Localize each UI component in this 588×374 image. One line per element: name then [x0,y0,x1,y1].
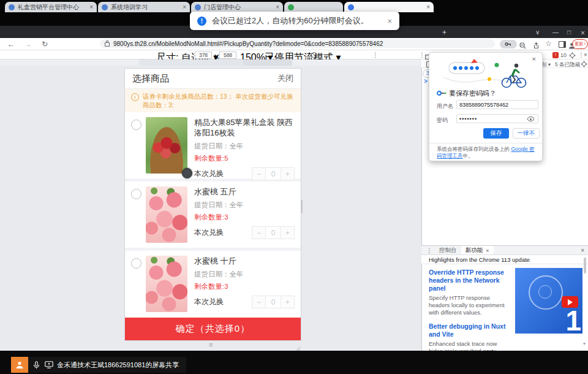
stepper-plus-button[interactable]: + [281,296,295,308]
remaining-qty: 剩余数量:5 [194,154,295,163]
never-label: 一律不 [518,129,535,137]
dialog-close-icon[interactable]: × [532,55,536,63]
issues-icon[interactable]: ! [552,52,559,58]
window-maximize-button[interactable]: □ [567,29,571,36]
drawer-menu-icon[interactable]: ⋮ [426,247,432,254]
issues-count[interactable]: 10 [560,52,567,58]
device-width-input[interactable] [195,52,212,59]
dialog-title: 要保存密码吗？ [449,89,496,98]
tab-close-icon[interactable]: × [276,4,279,10]
pickup-date: 提货日期：全年 [194,270,295,279]
pickup-date-value: 全年 [230,270,244,278]
product-info: 精品大果85苹果礼盒装 陕西洛阳16枚装 提货日期：全年 剩余数量:5 本次兑换… [194,117,295,178]
remote-cursor-dot [182,168,192,178]
sharer-avatar [11,357,28,373]
back-icon[interactable]: ← [7,40,15,48]
product-radio[interactable] [131,258,141,269]
product-image [146,117,187,174]
forward-icon[interactable]: → [24,40,32,48]
devtools-settings-icon[interactable] [570,53,575,58]
stepper-value[interactable]: 0 [265,167,281,180]
devtools-close-icon[interactable]: × [584,52,587,58]
product-list: 精品大果85苹果礼盒装 陕西洛阳16枚装 提货日期：全年 剩余数量:5 本次兑换… [125,112,301,318]
reload-icon[interactable]: ↻ [42,40,48,48]
drawer-close-icon[interactable]: × [581,247,584,254]
tab-favicon [9,4,15,10]
screen: 礼盒营销平台管理中心 × 系统培训学习 × 门店管理中心 × × + ∨ — □… [0,0,588,374]
device-height-input[interactable] [219,52,236,59]
password-key-icon[interactable] [500,40,517,48]
tab-close-icon[interactable]: × [426,4,430,10]
stepper-minus-button[interactable]: − [252,226,266,239]
bookmark-star-icon[interactable]: ☆ [545,39,552,48]
stepper-plus-button[interactable]: + [281,167,295,180]
hidden-messages-count: 5 条已隐藏 [555,61,580,69]
product-radio[interactable] [131,189,141,199]
tab-whats-new[interactable]: 新功能 × [461,246,494,254]
mobile-viewport: 选择商品 关闭 i 该券卡剩余兑换商品总数：13； 单次提货最少可兑换商品数：3… [125,69,301,340]
browser-tab-4[interactable] [284,2,343,12]
viewport-scrollbar[interactable] [301,200,303,213]
browser-tab-1[interactable]: 礼盒营销平台管理中心 × [5,2,97,12]
rotate-icon[interactable] [311,52,317,58]
media-query-segment[interactable] [139,59,243,66]
key-icon [437,90,447,96]
toast-info-icon: ! [197,17,206,26]
whats-new-item-title[interactable]: Override HTTP response headers in the Ne… [429,269,510,292]
tab-close-icon[interactable]: × [183,4,186,10]
console-settings-icon[interactable] [582,62,586,66]
tab-search-icon[interactable]: ∨ [535,29,540,36]
browser-tab-2[interactable]: 系统培训学习 × [98,2,190,12]
password-illustration [440,59,532,88]
console-filter-dropdown[interactable]: 别 ▾ [541,61,551,69]
stepper-minus-button[interactable]: − [252,167,266,180]
person-icon [15,361,24,369]
username-field[interactable] [456,100,538,109]
save-password-button[interactable]: 保存 [483,128,509,139]
console-prompt-icon[interactable]: > [424,78,428,85]
quantity-stepper: − 0 + [252,167,295,180]
confirm-button[interactable]: 确定（共选择0） [125,318,301,340]
show-password-eye-icon[interactable] [527,116,534,121]
product-row-3: 水蜜桃 十斤 提货日期：全年 剩余数量:3 本次兑换 − 0 + [125,251,301,317]
scroll-down-icon[interactable]: ▾ [583,341,586,346]
stepper-minus-button[interactable]: − [252,296,266,308]
devtools-dock-menu-icon[interactable]: ⋮ [419,52,425,58]
never-save-button[interactable]: 一律不 [513,128,540,139]
quota-notice: i 该券卡剩余兑换商品总数：13； 单次提货最少可兑换商品数：3; [125,89,301,112]
toast-close-icon[interactable]: × [387,17,392,26]
close-sheet-button[interactable]: 关闭 [277,73,293,84]
tab-label: 礼盒营销平台管理中心 [18,3,87,12]
tab-console[interactable]: 控制台 [435,246,461,254]
new-tab-button[interactable]: + [442,28,447,37]
pickup-date: 提货日期：全年 [194,200,295,210]
remaining-label: 剩余数量: [194,213,224,221]
device-toolbar-menu-icon[interactable]: ⋮ [372,52,379,58]
address-bar[interactable]: 9800ys.th28.cn/MobileModNoMall.html#/Pic… [100,39,495,48]
footer-suffix: 中。 [463,153,473,159]
stepper-plus-button[interactable]: + [281,226,295,239]
stepper-value[interactable]: 0 [265,226,281,239]
whats-new-item-title[interactable]: Better debugging in Nuxt and Vite [429,322,510,338]
browser-tab-3[interactable]: 门店管理中心 × [191,2,283,12]
key-glyph [505,42,512,47]
tab-close-icon[interactable]: × [89,4,93,10]
viewport-resize-handle[interactable]: ≡ [209,341,213,348]
window-close-button[interactable]: × [581,29,585,37]
whats-new-header-text: Highlights from the Chrome 113 update [429,256,530,263]
product-radio[interactable] [131,120,141,130]
media-query-segment[interactable] [243,59,292,66]
stepper-value[interactable]: 0 [265,296,281,308]
lock-icon [105,42,110,47]
update-chrome-button[interactable]: 更新 ! [572,39,588,49]
whats-new-close-icon[interactable]: × [486,247,489,254]
tab-label: 系统培训学习 [111,3,180,12]
product-image [146,256,187,312]
password-field[interactable] [456,114,538,123]
window-minimize-button[interactable]: — [552,29,559,36]
drawer-scrollbar[interactable] [584,258,586,273]
browser-tab-5[interactable]: × [344,2,434,12]
whats-new-video-thumbnail[interactable]: 1 [515,268,582,334]
side-panel-icon[interactable] [559,41,566,48]
page-title: 选择商品 [132,73,277,85]
